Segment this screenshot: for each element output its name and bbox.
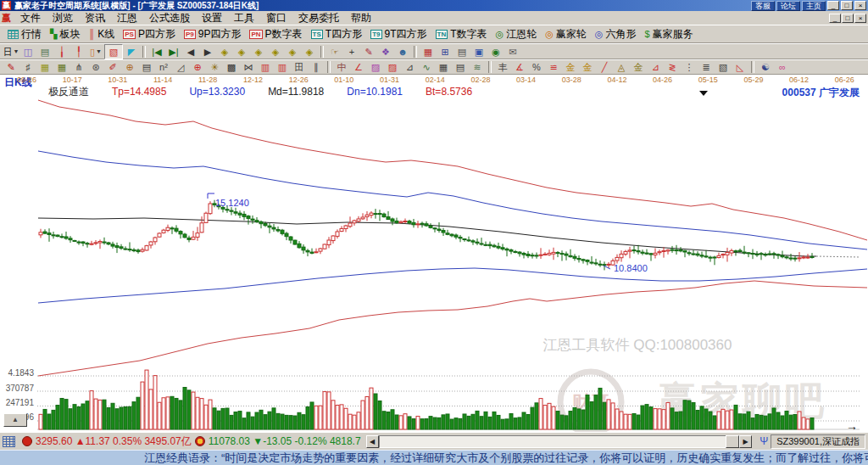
download-icon[interactable]: ✉ [504,45,521,59]
list-grid-icon[interactable]: ▤ [452,60,469,74]
overlay-indicator-icon[interactable]: ▧ [104,44,123,59]
save-icon[interactable]: ▣ [470,45,487,59]
gold-section-icon[interactable]: 金 [562,60,579,74]
gann-grid-2-icon[interactable]: ▦ [53,60,70,74]
child-minimize-button[interactable]: _ [829,14,841,23]
forum-button[interactable]: 论坛 [776,1,800,11]
gann-seal-icon[interactable]: ❖ [377,45,394,59]
draw-line-icon[interactable]: ✎ [360,45,377,59]
angle-line-icon[interactable]: ⊿ [401,60,418,74]
percent-line-icon[interactable]: ≌ [545,60,562,74]
scrollbar-track[interactable] [379,435,739,448]
trend-slope-icon[interactable]: ◺ [732,60,748,74]
current-index-label[interactable]: SZ399001,深证成指 [771,434,865,449]
trend-box-icon[interactable]: ▧ [715,60,732,74]
shade-box-icon[interactable]: ▨ [367,60,384,74]
period-day-selector-icon[interactable]: 日▼ [3,45,19,59]
kline-chart[interactable]: 江恩工具软件 QQ:100800360财赢赢家聊吧15.124010.8400→ [0,75,868,432]
scrollbar-thumb[interactable] [726,435,739,448]
slope-e-icon[interactable]: ≷ [664,60,681,74]
tab-t-square[interactable]: TST四方形 [307,26,367,42]
menu-item-browse[interactable]: 浏览 [47,11,79,25]
fan-red-icon[interactable]: ∠ [350,60,367,74]
tab-t-table[interactable]: TNT数字表 [431,26,492,42]
horizontal-scrollbar[interactable]: ◀ ▶ [366,435,753,448]
calendar-icon[interactable]: ▦ [420,45,437,59]
n-square-icon[interactable]: n² [155,60,172,74]
gann-line-icon[interactable]: ♯ [19,60,36,74]
percent-tool-icon[interactable]: % [528,60,545,74]
price-scale-icon[interactable]: 丰 [494,60,511,74]
tab-kline[interactable]: ║K线 [84,26,119,42]
time-window-2-icon[interactable]: ▥ [274,60,291,74]
gann-grid-icon[interactable]: ▦ [36,60,53,74]
gold-box-icon[interactable]: 金 [630,60,647,74]
angle-tool-icon[interactable]: ◿ [172,60,189,74]
menu-item-window[interactable]: 窗口 [260,11,292,25]
step-back-icon[interactable]: ◀ [182,45,199,59]
jump-last-icon[interactable]: ▶| [165,45,182,59]
menu-item-settings[interactable]: 设置 [196,11,228,25]
center-diamond-icon[interactable]: ◈ [301,45,318,59]
scroll-right-arrow-icon[interactable]: → [846,419,858,432]
shanghai-index-quote[interactable]: 3295.60 ▲11.37 0.35% 3495.07亿 [36,434,192,449]
tab-gann-wheel[interactable]: ◎江恩轮 [492,26,542,42]
minimize-button[interactable]: _ [827,1,839,10]
close-button[interactable]: × [854,1,866,10]
menu-item-gann[interactable]: 江恩 [111,11,143,25]
speed-brush-icon[interactable]: ╱ [596,60,613,74]
tab-t9-square[interactable]: T99T四方形 [366,26,431,42]
kline-style-b-icon[interactable]: ╿ [70,45,87,59]
tab-winner-service[interactable]: $赢家服务 [640,26,697,42]
circle-cross-icon[interactable]: ⊕ [121,60,138,74]
web-data-icon[interactable]: ◉ [487,45,504,59]
menu-item-news[interactable]: 资讯 [79,11,111,25]
time-window-icon[interactable]: ▥ [257,60,274,74]
community-icon[interactable]: ☻ [394,45,411,59]
span-tool-icon[interactable]: ∥ [308,60,325,74]
tab-p-square[interactable]: PSP四方形 [119,26,180,42]
peak-mark-icon[interactable]: ⋈ [240,60,257,74]
tab-quotes[interactable]: 行情 [3,26,46,42]
cycle-arc-icon[interactable]: ⊛ [87,60,104,74]
trend-ladder-icon[interactable]: ≣ [698,60,715,74]
tab-hexagon[interactable]: ◎六角形 [591,26,641,42]
step-forward-icon[interactable]: ▶ [199,45,216,59]
menu-item-tools[interactable]: 工具 [228,11,260,25]
draw-pen-icon[interactable]: ✎ [3,60,19,74]
scroll-right-button[interactable]: ▶ [739,435,752,448]
hand-drag-icon[interactable]: ☞ [326,45,343,59]
resist-angle-icon[interactable]: ∡ [511,60,528,74]
fine-grid-icon[interactable]: ▦ [435,60,452,74]
zoom-in-diamond-icon[interactable]: ◈ [250,45,267,59]
kefu-button[interactable]: 客服 [751,1,775,11]
zoom-out-diamond-icon[interactable]: ◈ [267,45,284,59]
shade-box-red-icon[interactable]: ▨ [384,60,401,74]
pyramid-tool-icon[interactable]: ◬ [613,60,630,74]
pan-right-diamond-icon[interactable]: ◈ [233,45,250,59]
menu-item-stock-picker[interactable]: 公式选股 [143,11,196,25]
wave-tool-icon[interactable]: ∿ [418,60,435,74]
draw-flag-icon[interactable]: ◤ [123,45,140,59]
kline-style-a-icon[interactable]: ╽ [53,45,70,59]
yin-yang-icon[interactable]: ☯ [757,60,774,74]
menu-item-help[interactable]: 帮助 [345,11,377,25]
gold-section-2-icon[interactable]: 金 [579,60,596,74]
quote-info-icon[interactable]: ▤ [36,45,53,59]
shenzhen-index-quote[interactable]: 11078.03 ▼-13.05 -0.12% 4818.7 [209,435,361,447]
restore-button[interactable]: □ [841,1,853,10]
jump-first-icon[interactable]: |◀ [148,45,165,59]
child-restore-button[interactable]: □ [842,14,854,23]
star-tool-icon[interactable]: ✳ [206,60,223,74]
infinity-tool-icon[interactable]: ∞ [774,60,791,74]
parallel-lines-icon[interactable]: ≋ [469,60,486,74]
expand-volume-button[interactable]: ▲ [3,413,27,427]
window-tool-icon[interactable]: 中 [333,60,350,74]
dark-grid-icon[interactable]: ▩ [223,60,240,74]
price-fan-icon[interactable]: ⋔ [70,60,87,74]
bar-grid-icon[interactable]: ▤ [138,60,155,74]
fib-steps-icon[interactable]: ⋮ [681,60,698,74]
tab-p-table[interactable]: PNP数字表 [245,26,306,42]
tab-sectors[interactable]: ▚板块 [46,26,84,42]
slope-a-icon[interactable]: ⊿ [647,60,664,74]
